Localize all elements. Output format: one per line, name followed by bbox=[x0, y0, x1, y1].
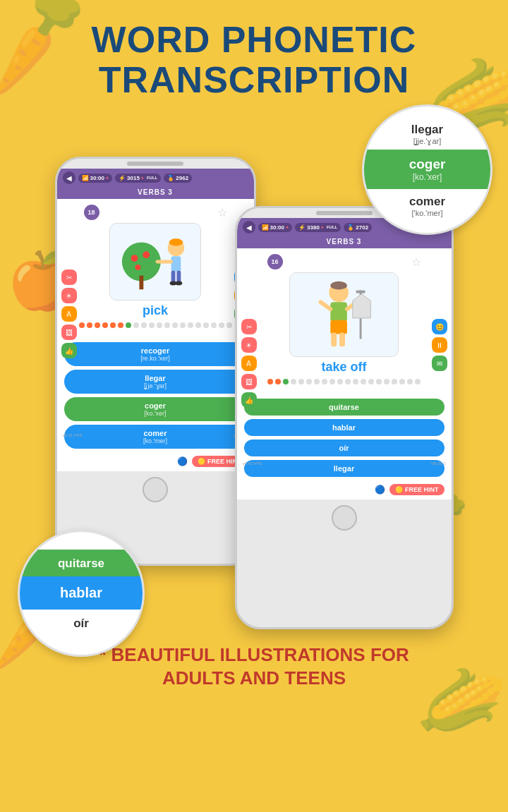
answer-btn-comer[interactable]: comer [ko.'mer] bbox=[64, 425, 247, 449]
star-icon-left[interactable]: ☆ bbox=[217, 206, 227, 219]
wifi-icon: 📶 bbox=[82, 175, 89, 181]
bubble-item-quitarse: quitarse bbox=[20, 550, 143, 576]
dot-r bbox=[353, 379, 358, 384]
hint-bar-right: 🔵 🟡 FREE HINT bbox=[237, 481, 452, 499]
bubble-word-hablar: hablar bbox=[25, 585, 137, 601]
lightning-icon-right: ⚡ bbox=[298, 224, 306, 231]
bubble-item-coger: coger [ko.'xer] bbox=[364, 150, 490, 189]
mail-btn-r[interactable]: ✉ bbox=[432, 356, 447, 371]
svg-point-0 bbox=[122, 243, 161, 281]
dot bbox=[180, 322, 186, 328]
phone-left: ◀ 📶 30:00 + ⚡ 3015 + FULL 🏅 2962 VERBS 3 bbox=[55, 157, 256, 566]
category-bar-left: VERBS 3 bbox=[57, 187, 254, 199]
home-button-left[interactable] bbox=[143, 477, 168, 502]
dot bbox=[172, 322, 178, 328]
face-btn-r[interactable]: 😊 bbox=[432, 319, 447, 334]
bubble-word-oir: oír bbox=[25, 617, 137, 631]
dot bbox=[141, 322, 147, 328]
svg-line-20 bbox=[321, 303, 331, 310]
dot-r bbox=[306, 379, 312, 384]
answer-btn-llegar[interactable]: llegar [ʝje.'ɣar] bbox=[64, 370, 247, 394]
star-icon-right[interactable]: ☆ bbox=[411, 255, 421, 269]
hint-coin: 🟡 bbox=[198, 458, 205, 465]
time-display-left: 📶 30:00 + bbox=[78, 174, 113, 183]
time-display-right: 📶 30:00 + bbox=[258, 223, 293, 232]
phone-left-notch bbox=[57, 159, 254, 169]
dot-r bbox=[298, 379, 304, 384]
notch-bar-right bbox=[316, 211, 373, 215]
scissors-btn-r[interactable]: ✂ bbox=[241, 319, 257, 334]
answer-btn-oir[interactable]: oír bbox=[244, 440, 445, 456]
category-bar-right: VERBS 3 bbox=[237, 236, 452, 248]
font-btn-r[interactable]: A bbox=[241, 356, 257, 371]
dot-r bbox=[322, 379, 327, 384]
dot bbox=[95, 322, 100, 328]
answer-btn-hablar[interactable]: hablar bbox=[244, 419, 445, 436]
dot bbox=[126, 322, 131, 328]
dot-r bbox=[314, 379, 320, 384]
notch-bar bbox=[127, 162, 183, 166]
pause-btn-r[interactable]: ⏸ bbox=[432, 337, 447, 353]
pick-illustration bbox=[110, 224, 200, 300]
hint-coin-r: 🟡 bbox=[395, 486, 403, 493]
fps-label-right: v9.42 FPS bbox=[243, 461, 262, 466]
lightning-icon: ⚡ bbox=[119, 175, 126, 181]
card-number-right: 16 bbox=[267, 254, 283, 269]
bubble-phonetic-comer: ['ko.'mer] bbox=[370, 209, 485, 217]
dot-r bbox=[392, 379, 397, 384]
svg-point-3 bbox=[143, 252, 150, 259]
score-display-left: ⚡ 3015 + FULL bbox=[115, 174, 161, 183]
medal-icon: 🏅 bbox=[167, 175, 174, 181]
side-buttons-right-left: ✂ ☀ A 🖼 👍 bbox=[241, 319, 257, 408]
dot-r bbox=[399, 379, 405, 384]
dot-r bbox=[275, 379, 281, 384]
dot bbox=[164, 322, 170, 328]
dot bbox=[226, 322, 232, 328]
free-hint-btn-right[interactable]: 🟡 FREE HINT bbox=[389, 484, 445, 495]
coins-display-left: 🏅 2962 bbox=[164, 174, 192, 183]
version-label-right: V9.29.2 bbox=[431, 461, 446, 466]
image-btn[interactable]: 🖼 bbox=[61, 325, 77, 340]
dot bbox=[203, 322, 209, 328]
back-button-right[interactable]: ◀ bbox=[243, 221, 255, 234]
bubble-word-quitarse: quitarse bbox=[25, 557, 137, 571]
phone-home-left bbox=[57, 471, 254, 508]
answer-btn-llegar-r[interactable]: llegar bbox=[244, 460, 445, 477]
card-image-right bbox=[289, 272, 399, 357]
dot-r bbox=[376, 379, 382, 384]
scissors-btn[interactable]: ✂ bbox=[61, 269, 77, 285]
dot-r bbox=[345, 379, 351, 384]
sun-btn-r[interactable]: ☀ bbox=[241, 337, 257, 353]
answer-btn-coger[interactable]: coger [ko.'xer] bbox=[64, 397, 247, 421]
takeoff-illustration bbox=[290, 273, 398, 356]
svg-rect-17 bbox=[330, 320, 347, 334]
thumb-btn-r[interactable]: 👍 bbox=[241, 392, 257, 408]
card-area-left: ✂ ☀ A 🖼 👍 😊 ⏸ ✉ 18 ☆ bbox=[57, 199, 254, 338]
phone-home-right bbox=[237, 499, 452, 536]
side-buttons-right-right: 😊 ⏸ ✉ bbox=[432, 319, 447, 371]
dot-r bbox=[291, 379, 296, 384]
hint-icon: 🔵 bbox=[177, 456, 188, 466]
answers-left: recoger [re.ko.'xer] llegar [ʝje.'ɣar] c… bbox=[57, 338, 254, 453]
score-display-right: ⚡ 3380 + FULL bbox=[295, 223, 341, 232]
svg-rect-7 bbox=[171, 239, 181, 245]
progress-dots-right bbox=[267, 379, 421, 384]
progress-dots-left bbox=[79, 322, 232, 328]
card-header-left: 18 ☆ bbox=[63, 205, 248, 220]
header-section: WORD PHONETIC TRANSCRIPTION bbox=[0, 0, 508, 107]
bubble-item-oir: oír bbox=[20, 610, 143, 638]
dot bbox=[211, 322, 217, 328]
sun-btn[interactable]: ☀ bbox=[61, 288, 77, 303]
svg-point-2 bbox=[131, 255, 138, 262]
font-btn[interactable]: A bbox=[61, 306, 77, 322]
image-btn-r[interactable]: 🖼 bbox=[241, 374, 257, 389]
answer-btn-recoger[interactable]: recoger [re.ko.'xer] bbox=[64, 342, 247, 366]
back-button-left[interactable]: ◀ bbox=[63, 171, 75, 184]
bubble-phonetic-llegar: [ʝje.'ɣar] bbox=[370, 137, 485, 146]
dot bbox=[157, 322, 162, 328]
card-image-left bbox=[109, 223, 201, 301]
dot-r bbox=[337, 379, 343, 384]
home-button-right[interactable] bbox=[332, 505, 357, 531]
answer-btn-quitarse[interactable]: quitarse bbox=[244, 399, 445, 416]
dot-r bbox=[329, 379, 335, 384]
